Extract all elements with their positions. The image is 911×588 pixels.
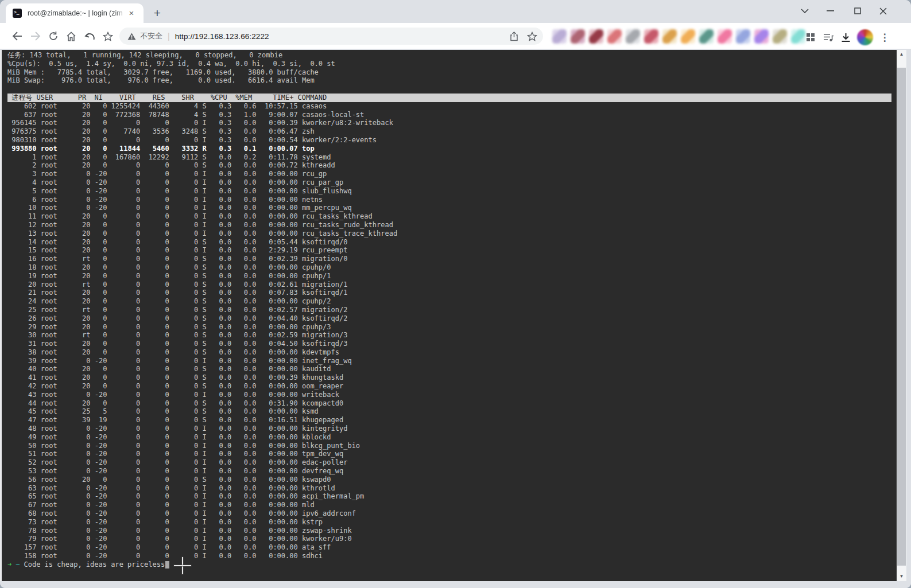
browser-menu-button[interactable]: ⋮	[875, 28, 894, 46]
home-button[interactable]	[62, 27, 80, 45]
extension-icon[interactable]	[607, 29, 622, 44]
forward-button[interactable]	[26, 27, 45, 45]
extensions-grid-button[interactable]	[801, 28, 820, 46]
top-swap-line: MiB Swap: 976.0 total, 976.0 free, 0.0 u…	[2, 76, 897, 85]
chevron-down-icon	[801, 9, 809, 13]
process-row: 19 root 20 0 0 0 0 S 0.0 0.0 0:00.00 cpu…	[2, 272, 897, 281]
process-row: 15 root 20 0 0 0 0 I 0.0 0.0 2:29.19 rcu…	[2, 246, 897, 255]
extension-icon[interactable]	[552, 29, 567, 44]
warning-triangle-icon	[127, 33, 136, 40]
top-mem-line: MiB Mem : 7785.4 total, 3029.7 free, 116…	[2, 68, 897, 77]
process-row: 42 root 20 0 0 0 0 S 0.0 0.0 0:00.00 oom…	[2, 382, 897, 391]
process-row: 10 root 0 -20 0 0 0 I 0.0 0.0 0:00.00 mm…	[2, 204, 897, 212]
process-row: 65 root 0 -20 0 0 0 I 0.0 0.0 0:00.00 ac…	[2, 492, 897, 501]
process-row: 980310 root 20 0 0 0 0 I 0.3 0.0 0:00.54…	[2, 136, 897, 145]
process-row: 5 root 0 -20 0 0 0 I 0.0 0.0 0:00.00 slu…	[2, 187, 897, 196]
omnibox-star-icon[interactable]	[527, 32, 537, 41]
back-button[interactable]	[8, 27, 26, 45]
extension-icon[interactable]	[736, 29, 750, 44]
extension-icon[interactable]	[681, 29, 695, 44]
omnibox-separator: |	[168, 32, 170, 41]
process-row: 976375 root 20 0 7740 3536 3248 S 0.3 0.…	[2, 127, 897, 136]
share-icon[interactable]	[510, 32, 520, 41]
process-row: 4 root 0 -20 0 0 0 I 0.0 0.0 0:00.00 rcu…	[2, 178, 897, 187]
process-row: 48 root 0 -20 0 0 0 I 0.0 0.0 0:00.00 ki…	[2, 425, 897, 433]
extension-icon[interactable]	[644, 29, 658, 44]
process-row: 12 root 20 0 0 0 0 I 0.0 0.0 0:00.00 rcu…	[2, 221, 897, 229]
scrollbar-up-icon[interactable]: ▲	[897, 50, 906, 59]
process-row: 41 root 20 0 0 0 0 S 0.0 0.0 0:00.39 khu…	[2, 373, 897, 382]
undo-arrow-icon	[84, 32, 95, 41]
forward-arrow-icon	[30, 32, 41, 41]
top-cpu-line: %Cpu(s): 0.5 us, 1.4 sy, 0.0 ni, 97.3 id…	[2, 60, 897, 68]
process-row: 40 root 20 0 0 0 0 S 0.0 0.0 0:00.00 kau…	[2, 365, 897, 373]
pinned-extensions	[552, 29, 805, 44]
process-row: 14 root 20 0 0 0 0 S 0.0 0.0 0:05.44 kso…	[2, 238, 897, 247]
process-row: 6 root 0 -20 0 0 0 I 0.0 0.0 0:00.00 net…	[2, 196, 897, 204]
tab-close-icon[interactable]: ×	[126, 8, 137, 18]
extension-icon[interactable]	[754, 29, 769, 44]
home-icon	[66, 32, 76, 41]
address-bar[interactable]: 不安全 | http://192.168.123.66:2222	[119, 28, 543, 45]
process-row: 53 root 0 -20 0 0 0 I 0.0 0.0 0:00.00 de…	[2, 467, 897, 476]
process-row: 67 root 0 -20 0 0 0 I 0.0 0.0 0:00.00 ml…	[2, 501, 897, 509]
maximize-button[interactable]	[847, 2, 868, 20]
avatar	[857, 29, 873, 45]
page-scrollbar[interactable]: ▲ ▼	[897, 50, 906, 581]
process-row: 38 root 20 0 0 0 0 S 0.0 0.0 0:00.00 kde…	[2, 348, 897, 357]
process-table: 602 root 20 0 1255424 44360 4 S 0.3 0.6 …	[2, 102, 897, 560]
process-row: 31 root 20 0 0 0 0 S 0.0 0.0 0:04.50 kso…	[2, 340, 897, 348]
tab-search-button[interactable]	[794, 2, 815, 20]
process-row: 78 root 0 -20 0 0 0 I 0.0 0.0 0:00.00 zs…	[2, 527, 897, 535]
tab-strip: >_ root@zimablade:~ | login (zim × +	[0, 0, 911, 23]
scrollbar-down-icon[interactable]: ▼	[897, 572, 906, 581]
downloads-button[interactable]	[836, 28, 855, 46]
process-row: 20 root rt 0 0 0 0 S 0.0 0.0 0:02.61 mig…	[2, 281, 897, 289]
process-row: 44 root 20 0 0 0 0 S 0.0 0.0 0:31.90 kco…	[2, 399, 897, 408]
reading-list-button[interactable]	[819, 28, 838, 46]
extension-icon[interactable]	[718, 29, 732, 44]
process-row: 56 root 20 0 0 0 0 S 0.0 0.0 0:00.00 ksw…	[2, 476, 897, 484]
star-icon	[103, 32, 113, 41]
blank-line	[2, 85, 897, 94]
process-row: 73 root 0 -20 0 0 0 I 0.0 0.0 0:00.00 ks…	[2, 518, 897, 527]
profile-avatar[interactable]	[856, 28, 874, 46]
terminal-screen[interactable]: 任务: 143 total, 1 running, 142 sleeping, …	[2, 50, 897, 581]
process-row: 18 root 20 0 0 0 0 S 0.0 0.0 0:00.00 cpu…	[2, 263, 897, 272]
top-tasks-line: 任务: 143 total, 1 running, 142 sleeping, …	[2, 51, 897, 60]
extension-icon[interactable]	[699, 29, 714, 44]
bookmark-star-button[interactable]	[99, 27, 117, 45]
process-row: 51 root 0 -20 0 0 0 I 0.0 0.0 0:00.00 tp…	[2, 450, 897, 458]
process-row: 30 root rt 0 0 0 0 S 0.0 0.0 0:02.59 mig…	[2, 331, 897, 340]
extension-icon[interactable]	[589, 29, 603, 44]
scrollbar-thumb[interactable]	[897, 68, 906, 566]
process-row: 11 root 20 0 0 0 0 I 0.0 0.0 0:00.00 rcu…	[2, 212, 897, 221]
extension-icon[interactable]	[662, 29, 677, 44]
extension-icon[interactable]	[626, 29, 640, 44]
url-text[interactable]: http://192.168.123.66:2222	[175, 32, 269, 41]
extension-icon[interactable]	[773, 29, 787, 44]
process-row: 26 root 20 0 0 0 0 S 0.0 0.0 0:04.40 kso…	[2, 314, 897, 323]
new-tab-button[interactable]: +	[150, 6, 164, 20]
tab-terminal[interactable]: >_ root@zimablade:~ | login (zim ×	[6, 3, 144, 23]
process-row: 68 root 0 -20 0 0 0 I 0.0 0.0 0:00.00 ip…	[2, 509, 897, 518]
minimize-button[interactable]	[820, 2, 840, 20]
prompt-directory: ~	[15, 560, 20, 569]
extensions-grid-icon	[806, 33, 815, 42]
back-arrow-icon	[12, 32, 22, 41]
process-row: 43 root 0 -20 0 0 0 I 0.0 0.0 0:00.00 wr…	[2, 391, 897, 399]
security-label[interactable]: 不安全	[140, 31, 162, 41]
undo-arrow-button[interactable]	[80, 27, 99, 45]
process-row: 602 root 20 0 1255424 44360 4 S 0.3 0.6 …	[2, 102, 897, 111]
process-row: 2 root 20 0 0 0 0 S 0.0 0.0 0:00.72 kthr…	[2, 161, 897, 170]
extension-icon[interactable]	[571, 29, 585, 44]
process-row: 1 root 20 0 167860 12292 9112 S 0.0 0.2 …	[2, 153, 897, 162]
browser-toolbar: 不安全 | http://192.168.123.66:2222 ⋮	[0, 23, 911, 49]
process-row: 637 root 20 0 772368 78748 4 S 0.3 1.0 9…	[2, 111, 897, 119]
process-row: 50 root 0 -20 0 0 0 I 0.0 0.0 0:00.00 bl…	[2, 442, 897, 450]
minimize-icon	[827, 10, 834, 11]
window-close-button[interactable]	[873, 2, 893, 20]
reload-icon	[48, 31, 59, 41]
reload-button[interactable]	[44, 27, 63, 45]
process-row: 956145 root 20 0 0 0 0 I 0.3 0.0 0:00.39…	[2, 119, 897, 127]
